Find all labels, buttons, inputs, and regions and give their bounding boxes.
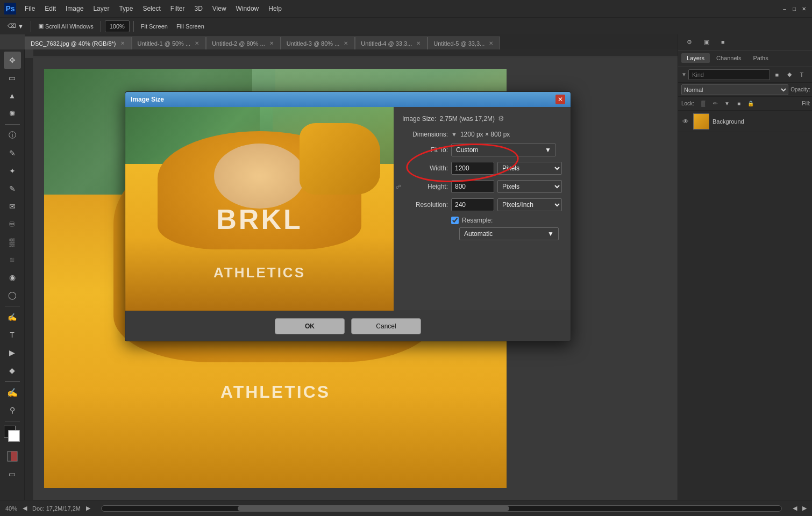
menu-image[interactable]: Image — [61, 3, 88, 15]
minimize-button[interactable]: – — [781, 5, 788, 12]
filter-shape-icon[interactable]: ▲ — [809, 69, 812, 80]
image-size-label: Image Size: — [402, 115, 436, 123]
tab-adjustments[interactable]: ⚙ — [681, 37, 697, 47]
shape-tool[interactable]: ◆ — [4, 362, 21, 379]
status-bar: 40% ◀ Doc: 17,2M/17,2M ▶ ◀ ▶ — [0, 500, 812, 516]
path-select-tool[interactable]: ▶ — [4, 344, 21, 361]
lock-transparent-btn[interactable]: ▒ — [699, 99, 708, 109]
tab-close-5[interactable]: ✕ — [488, 40, 494, 47]
nav-arrow-right[interactable]: ▶ — [86, 505, 90, 512]
eraser-tool[interactable]: ▒ — [4, 233, 21, 250]
tab-close-2[interactable]: ✕ — [268, 40, 275, 47]
zoom-tool[interactable]: ⚲ — [4, 402, 21, 419]
background-color[interactable] — [8, 430, 20, 442]
menu-select[interactable]: Select — [138, 3, 165, 15]
scroll-left-btn[interactable]: ◀ — [793, 505, 797, 512]
eyedropper-tool[interactable]: ✎ — [4, 145, 21, 162]
lock-all-btn[interactable]: 🔒 — [746, 99, 756, 109]
clone-stamp-tool[interactable]: ✉ — [4, 198, 21, 215]
tab-untitled4[interactable]: Untitled-4 @ 33,3... ✕ — [355, 37, 428, 49]
nav-arrow-left[interactable]: ◀ — [23, 505, 27, 512]
tab-dsc7632[interactable]: DSC_7632.jpg @ 40% (RGB/8*) ✕ — [25, 37, 132, 49]
resolution-input[interactable] — [451, 198, 494, 211]
menu-3d[interactable]: 3D — [190, 3, 206, 15]
tab-layers[interactable]: Layers — [681, 53, 710, 63]
resample-checkbox[interactable] — [451, 217, 459, 224]
tab-untitled3[interactable]: Untitled-3 @ 80% ... ✕ — [281, 37, 355, 49]
pen-tool[interactable]: ✍ — [4, 309, 21, 326]
tab-paths[interactable]: Paths — [748, 53, 774, 63]
tab-untitled1[interactable]: Untitled-1 @ 50% ... ✕ — [132, 37, 206, 49]
tab-channels[interactable]: Channels — [711, 53, 746, 63]
scroll-all-icon: ▣ — [38, 23, 44, 30]
tab-close-3[interactable]: ✕ — [343, 40, 349, 47]
settings-gear-icon[interactable]: ⚙ — [498, 114, 507, 123]
tab-label: Untitled-2 @ 80% ... — [212, 40, 265, 47]
cancel-button[interactable]: Cancel — [351, 318, 421, 334]
height-input[interactable] — [451, 180, 494, 193]
filter-pixel-icon[interactable]: ■ — [772, 69, 782, 80]
filter-adjust-icon[interactable]: ◆ — [784, 69, 795, 80]
layer-visibility-icon[interactable]: 👁 — [681, 117, 690, 126]
hoodie-text-line2: ATHLETICS — [220, 382, 330, 402]
color-swatches[interactable] — [4, 426, 21, 443]
scroll-right-btn[interactable]: ▶ — [802, 505, 807, 512]
menu-layer[interactable]: Layer — [89, 3, 113, 15]
width-unit-select[interactable]: Pixels — [497, 162, 562, 175]
history-brush-tool[interactable]: ♾ — [4, 216, 21, 233]
gradient-tool[interactable]: ◾ — [4, 251, 21, 268]
resample-dropdown[interactable]: Automatic ▼ — [459, 227, 559, 240]
brush-tool[interactable]: ✎ — [4, 180, 21, 197]
quick-mask-btn[interactable] — [4, 448, 21, 465]
tab-untitled2[interactable]: Untitled-2 @ 80% ... ✕ — [206, 37, 281, 49]
dialog-close-button[interactable]: ✕ — [555, 95, 565, 104]
width-input[interactable] — [451, 162, 494, 175]
dimensions-arrow-icon[interactable]: ▼ — [451, 131, 457, 138]
maximize-button[interactable]: □ — [790, 5, 798, 12]
menu-type[interactable]: Type — [115, 3, 137, 15]
tab-properties[interactable]: ▣ — [699, 37, 715, 47]
lock-image-btn[interactable]: ✏ — [710, 99, 720, 109]
blend-mode-select[interactable]: Normal — [681, 84, 788, 95]
scroll-all-windows-btn[interactable]: ▣ Scroll All Windows — [35, 22, 97, 31]
tab-color[interactable]: ■ — [716, 37, 730, 47]
layers-search-input[interactable] — [688, 69, 770, 80]
tab-close-0[interactable]: ✕ — [119, 40, 126, 47]
tab-untitled5[interactable]: Untitled-5 @ 33,3... ✕ — [428, 37, 500, 49]
lock-artboard-btn[interactable]: ■ — [734, 99, 744, 109]
marquee-tool[interactable]: ▭ — [4, 69, 21, 87]
crop-tool[interactable]: ⓘ — [4, 127, 21, 144]
tab-close-4[interactable]: ✕ — [415, 40, 422, 47]
healing-tool[interactable]: ✦ — [4, 162, 21, 180]
menu-window[interactable]: Window — [232, 3, 263, 15]
type-tool[interactable]: T — [4, 326, 21, 343]
tab-close-1[interactable]: ✕ — [194, 40, 200, 47]
menu-view[interactable]: View — [208, 3, 231, 15]
menu-help[interactable]: Help — [264, 3, 286, 15]
fit-to-dropdown[interactable]: Custom ▼ — [451, 144, 556, 156]
fit-screen-button[interactable]: Fit Screen — [138, 22, 171, 31]
height-unit-select[interactable]: Pixels — [497, 180, 562, 193]
filter-type-text-icon[interactable]: T — [796, 69, 807, 80]
menu-filter[interactable]: Filter — [166, 3, 189, 15]
screen-mode-btn[interactable]: ▭ — [4, 465, 21, 483]
lock-position-btn[interactable]: ▼ — [722, 99, 732, 109]
lasso-tool[interactable]: ▲ — [4, 87, 21, 104]
layer-row-background[interactable]: 👁 Background 🔒 — [678, 111, 812, 132]
close-button[interactable]: ✕ — [800, 5, 808, 12]
hand-tool-options[interactable]: ⌫ ▼ — [4, 22, 27, 31]
panel-tab-row-2: Layers Channels Paths ≡ — [678, 51, 812, 66]
resolution-unit-select[interactable]: Pixels/Inch — [497, 198, 562, 211]
ok-button[interactable]: OK — [275, 318, 345, 334]
zoom-input[interactable] — [105, 20, 130, 32]
move-tool[interactable]: ✥ — [4, 52, 21, 69]
menu-file[interactable]: File — [20, 3, 39, 15]
menu-edit[interactable]: Edit — [40, 3, 60, 15]
fill-screen-button[interactable]: Fill Screen — [173, 22, 208, 31]
hand-tool[interactable]: ✍ — [4, 384, 21, 401]
horizontal-scrollbar[interactable] — [101, 505, 782, 512]
blur-tool[interactable]: ◉ — [4, 269, 21, 286]
tab-label: Untitled-1 @ 50% ... — [138, 40, 191, 47]
dodge-tool[interactable]: ◯ — [4, 286, 21, 304]
quick-select-tool[interactable]: ✺ — [4, 105, 21, 122]
